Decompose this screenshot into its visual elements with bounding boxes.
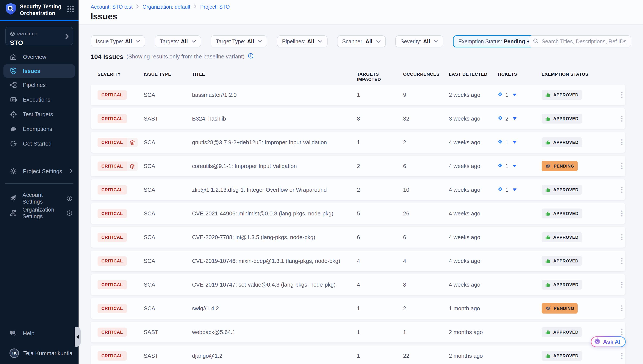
table-row[interactable]: CRITICALSCAcoreutils@9.1-1: Improper Inp… bbox=[91, 156, 625, 176]
thumbs-up-icon bbox=[545, 187, 551, 192]
row-menu-button[interactable] bbox=[620, 186, 624, 194]
row-menu-button[interactable] bbox=[620, 304, 624, 313]
row-menu-button[interactable] bbox=[620, 352, 624, 360]
ticket-link[interactable]: 1 bbox=[497, 138, 542, 146]
issues-count: 104 Issues bbox=[91, 53, 123, 60]
filter-target-type[interactable]: Target Type:All bbox=[211, 35, 267, 48]
chevron-right-icon bbox=[65, 33, 69, 41]
caret-down-icon[interactable] bbox=[513, 117, 516, 120]
search-input[interactable] bbox=[542, 38, 627, 45]
caret-down-icon[interactable] bbox=[513, 94, 516, 96]
sidebar-item-project-settings[interactable]: Project Settings bbox=[0, 164, 79, 178]
ticket-link[interactable]: 2 bbox=[497, 115, 542, 123]
table-row[interactable]: CRITICALSASTdjango@1.21222 months agoAPP… bbox=[91, 346, 625, 364]
table-row[interactable]: CRITICALSCAzlib@1:1.2.13.dfsg-1: Integer… bbox=[91, 180, 625, 200]
last-detected-value: 4 weeks ago bbox=[449, 210, 497, 217]
sidebar-item-account-settings[interactable]: Account Settings bbox=[0, 191, 79, 206]
issue-title[interactable]: webpack@5.64.1 bbox=[192, 329, 357, 336]
row-menu-button[interactable] bbox=[620, 233, 624, 242]
ai-robot-icon bbox=[593, 337, 601, 346]
issue-title[interactable]: django@1.2 bbox=[192, 352, 357, 359]
issue-title[interactable]: gnutls28@3.7.9-2+deb12u5: Improper Input… bbox=[192, 139, 357, 146]
ticket-link[interactable]: 1 bbox=[497, 162, 542, 170]
issue-type: SCA bbox=[144, 210, 192, 217]
breadcrumb-project-link[interactable]: Project: STO bbox=[200, 4, 230, 10]
targets-impacted-value: 1 bbox=[357, 305, 403, 312]
sidebar-item-help[interactable]: ? Help bbox=[0, 326, 79, 341]
occurrences-value: 2 bbox=[403, 305, 449, 312]
row-menu-button[interactable] bbox=[620, 90, 624, 99]
table-row[interactable]: CRITICALSASTwebpack@5.64.1112 months ago… bbox=[91, 322, 625, 342]
sidebar-item-issues[interactable]: Issues bbox=[4, 64, 75, 78]
caret-down-icon[interactable] bbox=[513, 165, 516, 167]
row-menu-button[interactable] bbox=[620, 138, 624, 147]
filter-pipelines[interactable]: Pipelines:All bbox=[277, 35, 327, 48]
row-menu-button[interactable] bbox=[620, 280, 624, 289]
issue-title[interactable]: bassmaster//1.2.0 bbox=[192, 92, 357, 98]
sidebar-item-label: Exemptions bbox=[23, 126, 52, 132]
row-menu-button[interactable] bbox=[620, 162, 624, 170]
filter-severity[interactable]: Severity:All bbox=[395, 35, 443, 48]
sidebar-item-test-targets[interactable]: Test Targets bbox=[0, 107, 79, 122]
eye-off-icon bbox=[545, 305, 551, 312]
table-row[interactable]: CRITICALSASTB324: hashlib8323 weeks ago2… bbox=[91, 108, 625, 129]
ticket-count: 2 bbox=[505, 115, 508, 122]
info-icon[interactable] bbox=[248, 52, 254, 60]
table-row[interactable]: CRITICALSCACVE-2019-10747: set-value@0.4… bbox=[91, 274, 625, 295]
sidebar-item-get-started[interactable]: Get Started bbox=[0, 136, 79, 151]
issue-title[interactable]: CVE-2020-7788: ini@1.3.5 (lang-pkgs, nod… bbox=[192, 234, 357, 241]
issue-title[interactable]: CVE-2019-10747: set-value@0.4.3 (lang-pk… bbox=[192, 282, 357, 288]
sidebar-item-exemptions[interactable]: Exemptions bbox=[0, 122, 79, 136]
issue-title[interactable]: CVE-2019-10746: mixin-deep@1.3.1 (lang-p… bbox=[192, 258, 357, 264]
ticket-link[interactable]: 1 bbox=[497, 186, 542, 194]
issue-title[interactable]: coreutils@9.1-1: Improper Input Validati… bbox=[192, 163, 357, 170]
sidebar-item-label: Executions bbox=[23, 96, 50, 103]
table-row[interactable]: CRITICALSCAbassmaster//1.2.0192 weeks ag… bbox=[91, 84, 625, 105]
severity-stack-icon bbox=[127, 162, 138, 171]
issue-title[interactable]: CVE-2021-44906: minimist@0.0.8 (lang-pkg… bbox=[192, 210, 357, 217]
info-icon[interactable] bbox=[67, 210, 73, 216]
issue-title[interactable]: zlib@1:1.2.13.dfsg-1: Integer Overflow o… bbox=[192, 186, 357, 193]
project-selector[interactable]: PROJECT STO bbox=[5, 27, 73, 45]
filter-issue-type[interactable]: Issue Type:All bbox=[91, 35, 145, 48]
sidebar-item-pipelines[interactable]: Pipelines bbox=[0, 78, 79, 92]
occurrences-value: 2 bbox=[403, 139, 449, 146]
sidebar-collapse-handle[interactable] bbox=[75, 327, 81, 347]
caret-down-icon[interactable] bbox=[513, 141, 516, 144]
severity-badge: CRITICAL bbox=[98, 304, 127, 313]
table-row[interactable]: CRITICALSCAswig//1.4.2121 month agoPENDI… bbox=[91, 298, 625, 319]
ticket-link[interactable]: 1 bbox=[497, 91, 542, 99]
breadcrumb-org-link[interactable]: Organization: default bbox=[142, 4, 190, 10]
row-menu-button[interactable] bbox=[620, 328, 624, 336]
table-row[interactable]: CRITICALSCACVE-2019-10746: mixin-deep@1.… bbox=[91, 250, 625, 271]
app-switcher-grid-icon[interactable] bbox=[67, 6, 74, 14]
row-menu-button[interactable] bbox=[620, 209, 624, 218]
table-row[interactable]: CRITICALSCACVE-2021-44906: minimist@0.0.… bbox=[91, 203, 625, 224]
info-icon[interactable] bbox=[67, 195, 73, 202]
severity-badge: CRITICAL bbox=[98, 233, 127, 242]
row-menu-button[interactable] bbox=[620, 114, 624, 123]
sidebar-user[interactable]: TK Teja Kummarikuntla bbox=[0, 346, 79, 360]
filter-targets[interactable]: Targets:All bbox=[155, 35, 201, 48]
caret-down-icon[interactable] bbox=[513, 188, 516, 191]
issue-type: SCA bbox=[144, 92, 192, 98]
filter-scanner[interactable]: Scanner:All bbox=[337, 35, 386, 48]
issue-type: SCA bbox=[144, 163, 192, 170]
jira-ticket-icon bbox=[497, 186, 503, 194]
sidebar-item-label: Account Settings bbox=[23, 192, 61, 205]
severity-badge: CRITICAL bbox=[98, 256, 127, 266]
severity-badge: CRITICAL bbox=[98, 162, 138, 171]
ask-ai-label: Ask AI bbox=[603, 338, 620, 345]
ask-ai-button[interactable]: Ask AI bbox=[591, 336, 626, 347]
sidebar-item-overview[interactable]: Overview bbox=[0, 50, 79, 64]
sidebar-item-executions[interactable]: Executions bbox=[0, 92, 79, 107]
breadcrumb-account-link[interactable]: Account: STO test bbox=[91, 4, 133, 10]
sidebar-item-organization-settings[interactable]: Organization Settings bbox=[0, 206, 79, 220]
issues-count-line: 104 Issues (Showing results only from th… bbox=[91, 52, 254, 60]
issue-title[interactable]: B324: hashlib bbox=[192, 115, 357, 122]
row-menu-button[interactable] bbox=[620, 256, 624, 265]
table-row[interactable]: CRITICALSCACVE-2020-7788: ini@1.3.5 (lan… bbox=[91, 227, 625, 248]
table-row[interactable]: CRITICALSCAgnutls28@3.7.9-2+deb12u5: Imp… bbox=[91, 132, 625, 153]
exemption-status-label: APPROVED bbox=[553, 140, 578, 145]
issue-title[interactable]: swig//1.4.2 bbox=[192, 305, 357, 312]
